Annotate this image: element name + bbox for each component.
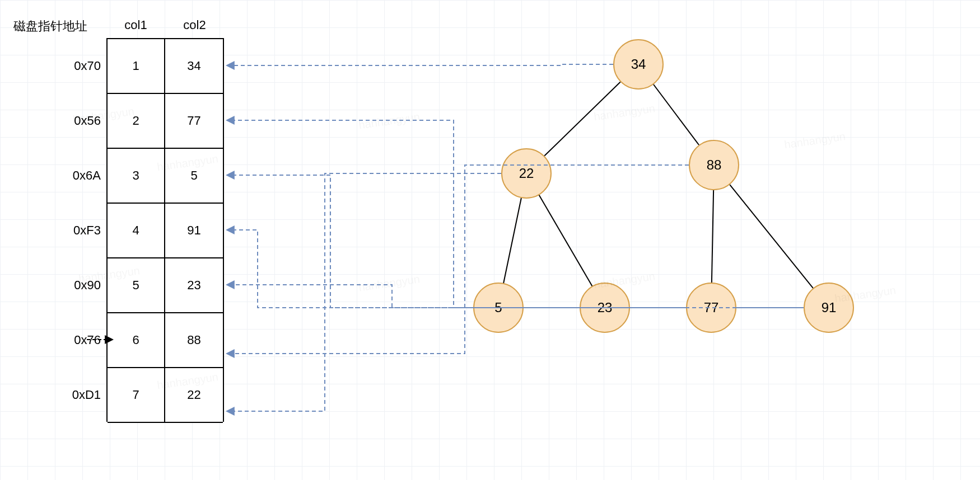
cell-col2: 34 <box>165 39 223 93</box>
watermark: hanhangyun <box>358 110 421 131</box>
tree-node-22: 22 <box>501 148 552 199</box>
cell-col1: 4 <box>108 204 165 257</box>
header-col1: col1 <box>109 18 162 32</box>
cell-col2: 22 <box>165 368 223 422</box>
watermark: hanhangyun <box>358 272 421 294</box>
table-row: 134 <box>108 39 223 94</box>
table-row: 491 <box>108 204 223 258</box>
cell-col1: 2 <box>108 94 165 148</box>
addr-label: 0x70 <box>34 59 101 73</box>
tree-node-5: 5 <box>473 283 524 333</box>
header-col2: col2 <box>168 18 221 32</box>
disk-table: 13427735491523688722 <box>106 38 224 422</box>
watermark: hanhangyun <box>593 102 656 123</box>
cell-col1: 5 <box>108 258 165 312</box>
cell-col1: 1 <box>108 39 165 93</box>
table-row: 688 <box>108 313 223 368</box>
cell-col2: 88 <box>165 313 223 367</box>
addr-label: 0x90 <box>34 278 101 293</box>
tree-node-23: 23 <box>580 283 630 333</box>
table-row: 35 <box>108 149 223 204</box>
tree-node-88: 88 <box>689 140 739 190</box>
cell-col1: 6 <box>108 313 165 367</box>
tree-node-91: 91 <box>804 283 854 333</box>
table-row: 722 <box>108 368 223 423</box>
cell-col1: 7 <box>108 368 165 422</box>
cell-col2: 77 <box>165 94 223 148</box>
cell-col2: 23 <box>165 258 223 312</box>
tree-node-77: 77 <box>686 283 736 333</box>
addr-label: 0xF3 <box>34 223 101 238</box>
table-row: 277 <box>108 94 223 149</box>
addr-label: 0x76 <box>34 333 101 347</box>
cell-col2: 5 <box>165 149 223 203</box>
addr-label: 0x6A <box>34 168 101 183</box>
tree-node-34: 34 <box>613 39 664 90</box>
cell-col1: 3 <box>108 149 165 203</box>
addr-label: 0xD1 <box>34 388 101 402</box>
watermark: hanhangyun <box>783 130 846 151</box>
header-addr: 磁盘指针地址 <box>3 18 98 35</box>
addr-label: 0x56 <box>34 114 101 128</box>
cell-col2: 91 <box>165 204 223 257</box>
table-row: 523 <box>108 258 223 313</box>
